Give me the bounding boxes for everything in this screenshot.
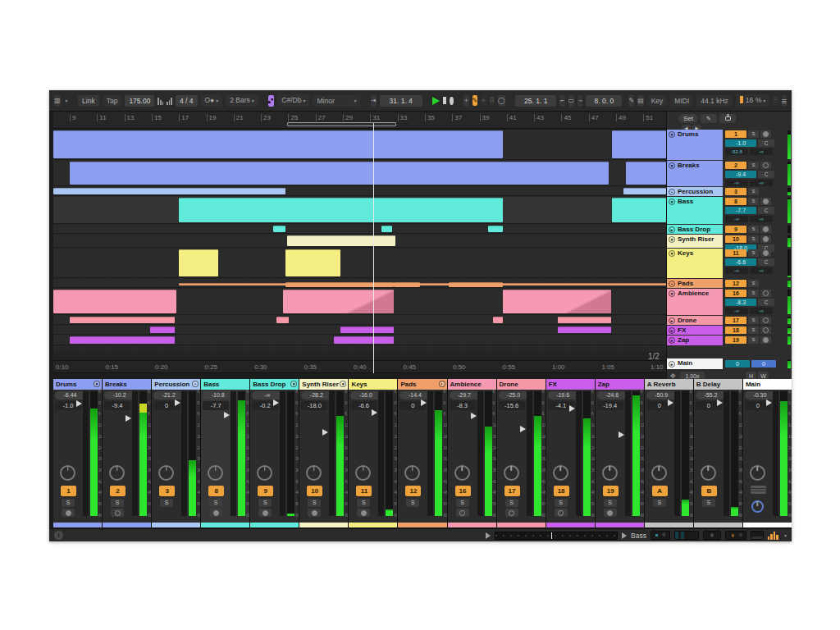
clip-keys[interactable] (285, 249, 340, 276)
volume-fader[interactable] (427, 391, 433, 516)
arm-button[interactable] (760, 198, 771, 205)
main-track-header[interactable]: ▸ Main 0 0 (667, 358, 792, 369)
track-header-breaks[interactable]: ▾Breaks2S-9.4C-∞-∞ (667, 161, 792, 186)
mixer-track-name[interactable]: Percussion• (152, 379, 200, 390)
clip-ambience[interactable] (53, 290, 176, 313)
volume-fader[interactable] (280, 391, 285, 516)
clip-fx[interactable] (150, 326, 175, 333)
pan-field[interactable]: C (758, 207, 774, 214)
dot-fold-icon[interactable]: • (669, 189, 675, 195)
chain-play-icon[interactable] (622, 532, 627, 539)
arm-button[interactable] (760, 336, 771, 344)
track-name[interactable]: •Percussion (667, 187, 723, 196)
cue-volume-knob[interactable] (751, 500, 764, 513)
clip-ambience[interactable] (283, 290, 394, 313)
pan-knob[interactable] (651, 465, 667, 481)
arm-button[interactable] (308, 509, 321, 517)
fader-handle[interactable] (717, 399, 723, 406)
mixer-track-name[interactable]: A Reverb (645, 379, 693, 390)
volume-field[interactable]: -8.3 (450, 401, 476, 410)
solo-button[interactable]: S (748, 188, 759, 195)
status-caret[interactable]: ▾ (784, 532, 787, 538)
dot-fold-icon[interactable]: • (669, 281, 675, 287)
mixer-track-name[interactable]: FX (546, 379, 595, 390)
arrangement-scroll-strip[interactable] (53, 352, 666, 361)
clip-bass-drop[interactable] (273, 226, 285, 232)
down-fold-icon[interactable]: ▾ (669, 162, 675, 169)
volume-field[interactable]: -19.4 (597, 401, 623, 410)
info-view-icon[interactable]: i (54, 531, 63, 540)
arrangement-position-field[interactable]: 31. 1. 4 (380, 95, 422, 107)
tap-tempo-button[interactable]: Tap (103, 95, 122, 107)
track-lane-ambience[interactable] (53, 289, 666, 315)
solo-button[interactable]: S (748, 326, 759, 334)
mixer-track-name[interactable]: Main (743, 379, 792, 390)
fader-handle[interactable] (520, 426, 526, 432)
track-header-keys[interactable]: ▾Keys11S-6.6C-∞-∞ (667, 249, 792, 278)
solo-button[interactable]: S (748, 198, 759, 205)
clip-pads[interactable] (394, 282, 420, 287)
clip-ambience[interactable] (503, 290, 611, 313)
down-fold-icon[interactable]: ▾ (94, 381, 100, 387)
track-header-bass-drop[interactable]: ▸Bass Drop9S (667, 225, 792, 234)
track-lane-drone[interactable] (53, 316, 666, 325)
crossfade-assign-box[interactable] (751, 486, 766, 494)
stop-button[interactable] (443, 97, 446, 104)
track-name[interactable]: ▾Drums (667, 130, 723, 160)
down-fold-icon[interactable]: ▾ (290, 381, 297, 387)
volume-fader[interactable] (724, 391, 729, 516)
capture-midi-icon[interactable]: ◯ (498, 95, 505, 107)
track-header-bass[interactable]: ▾Bass8S-7.7C-∞-∞ (667, 197, 792, 224)
peak-level-box[interactable]: -25.0 (499, 391, 529, 399)
track-number-box[interactable]: 8 (725, 198, 746, 205)
clip-percussion[interactable] (623, 188, 666, 194)
down-fold-icon[interactable]: ▾ (340, 381, 346, 387)
solo-button[interactable]: S (258, 499, 272, 507)
fader-handle[interactable] (372, 409, 377, 416)
lock-envelopes-icon[interactable] (719, 114, 736, 123)
track-number-box[interactable]: B (701, 486, 717, 496)
clip-fx[interactable] (558, 326, 611, 333)
clip-keys[interactable] (179, 249, 218, 276)
volume-fader[interactable] (576, 391, 582, 516)
peak-level-box[interactable]: -10.2 (104, 391, 135, 399)
pan-knob[interactable] (257, 465, 272, 481)
arrangement-overview[interactable] (495, 532, 618, 540)
peak-level-box[interactable]: -0.30 (745, 391, 775, 399)
clip-percussion[interactable] (53, 188, 285, 194)
pan-knob[interactable] (553, 465, 568, 481)
main-pan-field[interactable]: 0 (751, 360, 776, 368)
solo-button[interactable]: S (209, 499, 222, 507)
link-button[interactable]: Link (78, 95, 99, 107)
track-number-box[interactable]: A (652, 486, 668, 496)
pen-icon[interactable]: ✎ (628, 95, 634, 107)
arm-button[interactable] (760, 290, 771, 297)
cpu-meter[interactable]: 16 %▾ (736, 94, 769, 107)
right-fold-icon[interactable]: ▸ (669, 317, 675, 324)
fader-handle[interactable] (322, 429, 328, 436)
pan-field[interactable]: C (758, 299, 774, 306)
pan-knob[interactable] (404, 465, 420, 481)
solo-button[interactable]: S (308, 499, 321, 507)
right-fold-icon[interactable]: ▸ (669, 226, 675, 233)
track-number-box[interactable]: 3 (159, 486, 175, 496)
track-number-box[interactable]: 3 (725, 188, 746, 195)
clip-zap[interactable] (334, 336, 394, 344)
pan-knob[interactable] (504, 465, 519, 481)
track-header-drone[interactable]: ▸Drone17S (667, 316, 792, 325)
track-number-box[interactable]: 2 (110, 486, 126, 496)
track-number-box[interactable]: 10 (307, 486, 322, 496)
loop-start-field[interactable]: 25. 1. 1 (515, 95, 556, 107)
main-volume-field[interactable]: 0 (725, 360, 750, 368)
peak-level-box[interactable]: -24.6 (597, 391, 628, 399)
track-name[interactable]: ▾Bass (667, 197, 723, 224)
volume-fader[interactable] (132, 391, 138, 516)
track-number-box[interactable]: 17 (504, 486, 520, 496)
groove-menu[interactable]: 2 Bars▾ (226, 94, 258, 107)
arm-button[interactable] (760, 249, 771, 257)
track-name[interactable]: ▸FX (667, 326, 723, 335)
solo-button[interactable]: S (702, 499, 715, 507)
metronome-icon-2[interactable] (167, 97, 172, 105)
volume-field[interactable]: -9.4 (725, 171, 756, 178)
track-number-box[interactable]: 16 (455, 486, 471, 496)
